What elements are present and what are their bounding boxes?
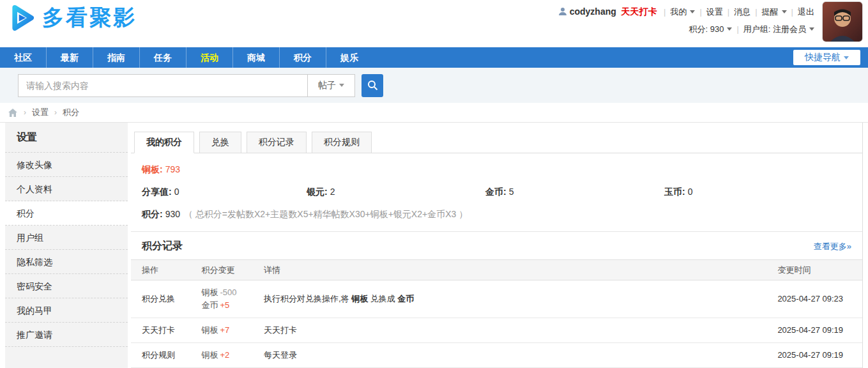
records-title: 积分记录: [142, 240, 183, 253]
separator: |: [736, 24, 738, 34]
breadcrumb-item-积分[interactable]: 积分: [63, 107, 79, 117]
header-menu-退出[interactable]: 退出: [798, 7, 814, 17]
nav-item-商城[interactable]: 商城: [232, 47, 279, 68]
stat-label: 分享值:: [142, 187, 172, 197]
content-area: 设置 修改头像个人资料积分用户组隐私筛选密码安全我的马甲推广邀请 我的积分兑换积…: [0, 123, 868, 368]
currency-name: 铜板: [201, 288, 218, 297]
sidebar-item-密码安全[interactable]: 密码安全: [5, 274, 128, 298]
nav-item-娱乐[interactable]: 娱乐: [326, 47, 372, 68]
stat-value: 2: [330, 187, 335, 197]
quick-nav-button[interactable]: 快捷导航: [793, 50, 860, 65]
points-stats-row: 分享值:0银元:2金币:5玉币:0: [142, 187, 862, 198]
change-line: 铜板-500: [201, 286, 263, 299]
tab-积分规则[interactable]: 积分规则: [312, 132, 372, 153]
header-stats: 积分: 930|用户组: 注册会员: [689, 24, 814, 34]
detail-part: 金币: [397, 294, 414, 303]
nav-item-任务[interactable]: 任务: [139, 47, 186, 68]
header-menu-设置[interactable]: 设置: [706, 7, 723, 17]
view-more-link[interactable]: 查看更多»: [814, 241, 851, 252]
tab-兑换[interactable]: 兑换: [199, 132, 241, 153]
avatar[interactable]: [822, 1, 863, 42]
copper-row: 铜板:793: [142, 153, 862, 176]
username[interactable]: codyzhang: [570, 6, 616, 17]
cell-detail: 每天登录: [264, 343, 778, 368]
cell-action: 积分规则: [131, 343, 201, 368]
site-logo[interactable]: 多看聚影: [5, 1, 137, 34]
breadcrumb-separator: ›: [24, 108, 26, 117]
cell-detail: 执行积分对兑换操作,将 铜板 兑换成 金币: [264, 280, 778, 318]
sidebar-list: 修改头像个人资料积分用户组隐私筛选密码安全我的马甲推广邀请: [5, 153, 128, 347]
play-triangle-icon: [5, 1, 38, 34]
records-table-header: 操作积分变更详情变更时间: [131, 260, 862, 280]
stat-0: 分享值:0: [142, 187, 307, 198]
sidebar-item-用户组[interactable]: 用户组: [5, 226, 128, 250]
header-menu-消息[interactable]: 消息: [734, 7, 750, 17]
sidebar-item-积分[interactable]: 积分: [5, 201, 128, 226]
header-user-area: codyzhang 天天打卡 |我的|设置|消息|提醒|退出 积分: 930|用…: [558, 6, 814, 35]
copper-label: 铜板:: [142, 164, 163, 174]
separator: |: [699, 7, 701, 17]
detail-part: 兑换成: [368, 294, 397, 303]
cell-time: 2025-04-27 09:23: [777, 280, 862, 318]
sidebar-item-个人资料[interactable]: 个人资料: [5, 177, 128, 201]
cell-changes: 铜板+7: [201, 318, 263, 343]
stat-label: 玉币:: [664, 187, 685, 197]
tab-我的积分[interactable]: 我的积分: [134, 132, 194, 153]
search-button[interactable]: [362, 74, 383, 97]
nav-item-社区[interactable]: 社区: [0, 47, 46, 68]
header-stat-1[interactable]: 用户组: 注册会员: [743, 24, 806, 34]
column-header-详情: 详情: [264, 260, 778, 280]
change-delta: +2: [220, 350, 229, 360]
sidebar-item-推广邀请[interactable]: 推广邀请: [5, 323, 128, 347]
stat-label: 金币:: [485, 187, 506, 197]
points-summary: 铜板:793 分享值:0银元:2金币:5玉币:0 积分:930 （ 总积分=发帖…: [131, 153, 862, 231]
breadcrumb-item-设置[interactable]: 设置: [32, 107, 49, 117]
table-row: 积分兑换铜板-500金币+5执行积分对兑换操作,将 铜板 兑换成 金币2025-…: [131, 280, 862, 318]
currency-name: 铜板: [201, 350, 218, 360]
checkin-badge[interactable]: 天天打卡: [621, 6, 657, 17]
total-points-row: 积分:930 （ 总积分=发帖数X2+主题数X5+精华帖数X30+铜板+银元X2…: [142, 209, 862, 231]
records-table-body: 积分兑换铜板-500金币+5执行积分对兑换操作,将 铜板 兑换成 金币2025-…: [131, 280, 862, 368]
search-type-select[interactable]: 帖子: [307, 74, 355, 97]
nav-item-最新[interactable]: 最新: [46, 47, 93, 68]
nav-item-活动[interactable]: 活动: [186, 47, 232, 68]
currency-name: 金币: [201, 300, 218, 310]
header-stat-0[interactable]: 积分: 930: [689, 24, 724, 34]
nav-item-积分[interactable]: 积分: [279, 47, 326, 68]
nav-item-指南[interactable]: 指南: [93, 47, 139, 68]
stat-1: 银元:2: [307, 187, 485, 198]
sidebar-item-修改头像[interactable]: 修改头像: [5, 153, 128, 177]
breadcrumb-items: ›设置›积分: [18, 107, 79, 118]
detail-part: 执行积分对兑换操作,将: [264, 294, 351, 303]
cell-action: 积分兑换: [131, 280, 201, 318]
sidebar-title: 设置: [5, 123, 128, 153]
separator: |: [664, 7, 666, 17]
detail-part: 天天打卡: [264, 325, 297, 335]
sidebar-item-隐私筛选[interactable]: 隐私筛选: [5, 250, 128, 274]
stat-3: 玉币:0: [664, 187, 843, 198]
search-input[interactable]: [18, 74, 307, 97]
change-line: 铜板+7: [201, 324, 263, 337]
stat-2: 金币:5: [485, 187, 664, 198]
search-section: 帖子: [0, 68, 868, 103]
caret-down-icon: [809, 27, 814, 31]
tab-积分记录[interactable]: 积分记录: [247, 132, 307, 153]
column-header-积分变更: 积分变更: [201, 260, 263, 280]
cell-time: 2025-04-27 09:19: [777, 343, 862, 368]
header-line2: 积分: 930|用户组: 注册会员: [558, 24, 814, 35]
detail-part: 铜板: [351, 294, 368, 303]
header-menu-提醒[interactable]: 提醒: [762, 7, 779, 17]
points-formula: （ 总积分=发帖数X2+主题数X5+精华帖数X30+铜板+银元X2+金币X3 ）: [184, 209, 468, 219]
header-menu-我的[interactable]: 我的: [670, 7, 687, 17]
detail-part: 每天登录: [264, 350, 297, 360]
separator: |: [727, 7, 729, 17]
caret-down-icon: [339, 84, 344, 87]
stat-label: 银元:: [307, 187, 328, 197]
table-row: 积分规则铜板+2每天登录2025-04-27 09:19: [131, 343, 862, 368]
header-line1: codyzhang 天天打卡 |我的|设置|消息|提醒|退出: [558, 6, 814, 18]
change-delta: +5: [220, 300, 229, 310]
home-icon[interactable]: [8, 108, 18, 118]
quick-nav-label: 快捷导航: [805, 52, 841, 63]
person-icon: [558, 7, 567, 18]
sidebar-item-我的马甲[interactable]: 我的马甲: [5, 298, 128, 323]
